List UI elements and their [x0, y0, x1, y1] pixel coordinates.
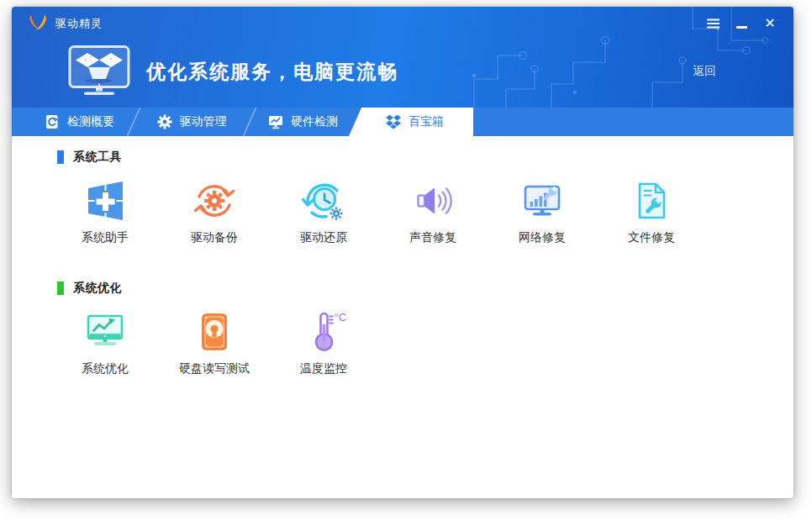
banner: 优化系统服务，电脑更流畅 返回 — [12, 40, 794, 103]
close-button[interactable]: ✕ — [758, 13, 782, 34]
celsius-label: °C — [335, 311, 347, 323]
sound-repair-icon — [409, 176, 456, 226]
tool-grid-system-tools: 系统助手 — [50, 176, 794, 245]
tab-label: 硬件检测 — [291, 114, 338, 129]
section-title: 系统优化 — [73, 281, 122, 296]
app-window: 驱动精灵 ✕ — [12, 7, 794, 498]
tool-network-repair[interactable]: 网络修复 — [488, 176, 597, 245]
toolbox-content: 系统工具 系统助手 — [12, 136, 794, 498]
tool-label: 温度监控 — [269, 361, 378, 376]
section-marker — [57, 150, 64, 164]
window-controls: ✕ — [701, 13, 782, 34]
disk-test-icon — [191, 307, 238, 357]
tool-label: 网络修复 — [488, 230, 597, 245]
tab-label: 百宝箱 — [409, 114, 444, 129]
tab-driver-management[interactable]: 驱动管理 — [134, 108, 249, 136]
close-icon: ✕ — [764, 17, 775, 30]
tool-label: 系统优化 — [50, 361, 160, 376]
app-logo-icon — [25, 13, 49, 34]
tab-bar: 检测概要 驱动管理 — [12, 108, 794, 136]
driver-restore-icon — [300, 176, 347, 226]
tool-label: 声音修复 — [378, 230, 488, 245]
tool-disk-test[interactable]: 硬盘读写测试 — [160, 307, 269, 376]
tool-temperature-monitor[interactable]: °C 温度监控 — [269, 307, 378, 376]
monitor-openbox-icon — [67, 45, 133, 98]
system-optimize-icon — [82, 307, 129, 357]
minimize-button[interactable] — [730, 13, 753, 34]
system-assistant-icon — [82, 176, 129, 226]
tool-label: 文件修复 — [597, 230, 706, 245]
tab-detection-summary[interactable]: 检测概要 — [25, 108, 133, 136]
tool-sound-repair[interactable]: 声音修复 — [378, 176, 488, 245]
tab-label: 检测概要 — [67, 114, 114, 129]
titlebar: 驱动精灵 ✕ — [12, 7, 794, 40]
desktop: 驱动精灵 ✕ — [0, 0, 812, 526]
back-link[interactable]: 返回 — [693, 64, 716, 79]
network-repair-icon — [519, 176, 566, 226]
file-repair-icon — [628, 176, 675, 226]
temperature-monitor-icon: °C — [300, 307, 347, 357]
section-header-system-tools: 系统工具 — [57, 136, 794, 165]
section-header-system-optimize: 系统优化 — [57, 267, 794, 296]
tool-label: 驱动备份 — [160, 230, 269, 245]
section-title: 系统工具 — [73, 150, 122, 165]
banner-headline: 优化系统服务，电脑更流畅 — [146, 59, 398, 85]
doc-refresh-icon — [44, 113, 61, 130]
menu-icon — [707, 23, 720, 24]
app-header: 驱动精灵 ✕ — [12, 7, 794, 108]
gear-icon — [156, 113, 173, 130]
tab-hardware-detection[interactable]: 硬件检测 — [250, 108, 356, 136]
tool-system-optimize[interactable]: 系统优化 — [50, 307, 160, 376]
menu-button[interactable] — [701, 13, 725, 34]
tool-file-repair[interactable]: 文件修复 — [597, 176, 706, 245]
app-title: 驱动精灵 — [55, 16, 103, 31]
open-box-icon — [385, 113, 402, 130]
tool-driver-backup[interactable]: 驱动备份 — [160, 176, 269, 245]
driver-backup-icon — [191, 176, 238, 226]
tool-label: 系统助手 — [50, 230, 160, 245]
minimize-icon — [736, 26, 747, 28]
section-gap — [12, 245, 794, 267]
section-marker — [57, 281, 64, 295]
tool-label: 驱动还原 — [269, 230, 378, 245]
tool-label: 硬盘读写测试 — [160, 361, 269, 376]
tool-grid-system-optimize: 系统优化 — [50, 307, 794, 376]
tool-system-assistant[interactable]: 系统助手 — [50, 176, 160, 245]
tool-driver-restore[interactable]: 驱动还原 — [269, 176, 378, 245]
tab-label: 驱动管理 — [180, 114, 227, 129]
monitor-chart-icon — [267, 113, 284, 130]
tab-toolbox[interactable]: 百宝箱 — [349, 108, 473, 136]
